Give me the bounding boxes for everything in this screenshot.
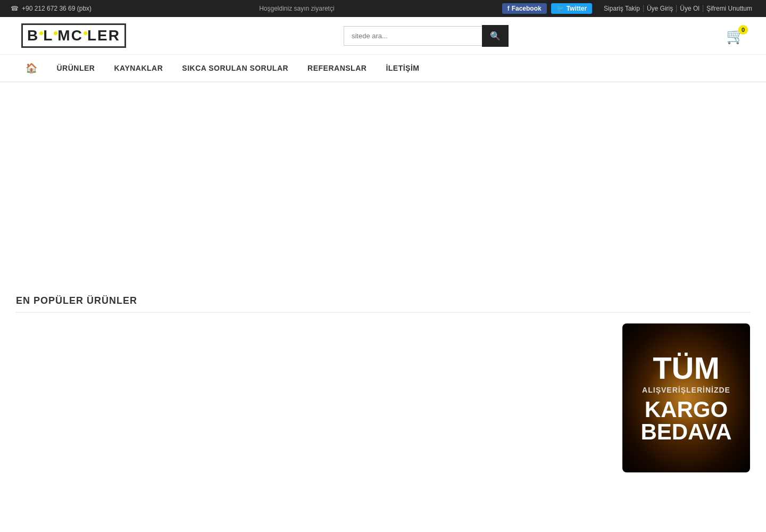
top-bar-right: f Facebook 🐦 Twitter Sipariş Takip Üye G… <box>502 3 755 14</box>
promo-alisveris: ALIŞVERİŞLERİNİZDE <box>642 386 730 394</box>
search-button[interactable]: 🔍 <box>482 25 509 47</box>
welcome-text: Hoşgeldiniz sayın ziyaretçi <box>259 5 334 12</box>
nav-contact[interactable]: İLETİŞİM <box>376 56 429 80</box>
logo-i-dot-b <box>39 31 43 35</box>
search-icon: 🔍 <box>490 31 501 41</box>
top-bar-left: ☎ +90 212 672 36 69 (pbx) <box>11 5 91 12</box>
header: BLMCLER 🔍 🛒 0 <box>0 17 766 55</box>
nav-references[interactable]: REFERANSLAR <box>298 56 376 80</box>
forgot-password-link[interactable]: Şifremi Unuttum <box>703 5 755 12</box>
search-area: 🔍 <box>344 25 509 47</box>
top-links: Sipariş Takip Üye Giriş Üye Ol Şifremi U… <box>601 5 755 12</box>
search-input[interactable] <box>344 26 482 46</box>
nav-resources[interactable]: KAYNAKLAR <box>104 56 172 80</box>
logo-text: BLMCLER <box>27 27 120 44</box>
facebook-button[interactable]: f Facebook <box>502 3 547 14</box>
member-login-link[interactable]: Üye Giriş <box>644 5 677 12</box>
cart-badge: 0 <box>738 25 748 35</box>
logo-box: BLMCLER <box>21 23 126 48</box>
twitter-label: Twitter <box>567 5 587 12</box>
phone-number: +90 212 672 36 69 (pbx) <box>22 5 91 12</box>
logo-i-dot-l <box>54 31 57 35</box>
twitter-button[interactable]: 🐦 Twitter <box>551 3 592 14</box>
twitter-icon: 🐦 <box>556 5 564 12</box>
nav: 🏠 ÜRÜNLER KAYNAKLAR SIKCA SORULAN SORULA… <box>0 55 766 82</box>
promo-tum: TÜM <box>653 353 720 384</box>
promo-kargo: KARGO <box>645 398 728 421</box>
promo-bedava: BEDAVA <box>640 421 731 443</box>
order-tracking-link[interactable]: Sipariş Takip <box>601 5 644 12</box>
top-bar: ☎ +90 212 672 36 69 (pbx) Hoşgeldiniz sa… <box>0 0 766 17</box>
nav-home[interactable]: 🏠 <box>16 55 47 81</box>
logo-i-dot-i <box>84 31 87 35</box>
logo-area: BLMCLER <box>21 23 126 48</box>
facebook-label: Facebook <box>512 5 542 12</box>
nav-faq[interactable]: SIKCA SORULAN SORULAR <box>172 56 298 80</box>
register-link[interactable]: Üye Ol <box>677 5 703 12</box>
main-content <box>0 82 766 285</box>
phone-icon: ☎ <box>11 5 19 12</box>
popular-grid: TÜM ALIŞVERİŞLERİNİZDE KARGO BEDAVA <box>16 323 750 472</box>
facebook-icon: f <box>507 5 510 12</box>
popular-title: EN POPÜLER ÜRÜNLER <box>16 295 750 313</box>
popular-section: EN POPÜLER ÜRÜNLER TÜM ALIŞVERİŞLERİNİZD… <box>0 285 766 483</box>
cart-area[interactable]: 🛒 0 <box>726 27 745 45</box>
logo-link[interactable]: BLMCLER <box>21 23 126 48</box>
home-icon: 🏠 <box>26 62 38 74</box>
nav-products[interactable]: ÜRÜNLER <box>47 56 105 80</box>
promo-banner[interactable]: TÜM ALIŞVERİŞLERİNİZDE KARGO BEDAVA <box>622 323 750 472</box>
